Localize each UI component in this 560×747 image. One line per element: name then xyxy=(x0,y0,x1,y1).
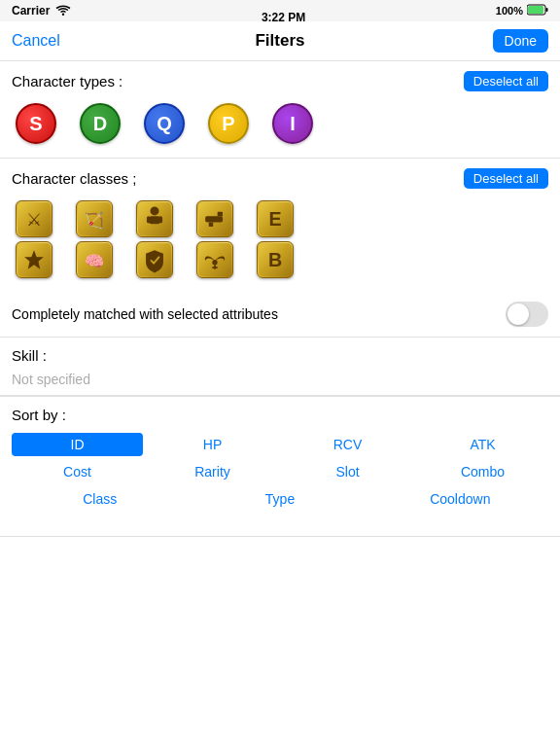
sort-by-label: Sort by : xyxy=(12,407,548,423)
nav-bar: Cancel Filters Done xyxy=(0,21,560,61)
sort-by-section: Sort by : ID HP RCV ATK Cost Rarity Slot… xyxy=(0,396,560,516)
bottom-divider xyxy=(0,536,560,537)
class-row-2: 🧠 xyxy=(12,241,548,278)
class-cerebral-icon[interactable]: 🧠 xyxy=(76,241,113,278)
status-left: Carrier xyxy=(12,4,71,18)
svg-text:⚔: ⚔ xyxy=(26,210,42,230)
type-psy-icon[interactable]: P xyxy=(208,103,249,144)
character-classes-section: Character classes ; Deselect all ⚔ 🏹 xyxy=(0,159,560,292)
svg-rect-11 xyxy=(147,216,151,223)
sort-row-1: ID HP RCV ATK xyxy=(12,433,548,456)
character-types-label: Character types : xyxy=(12,73,122,89)
svg-rect-15 xyxy=(218,212,223,216)
type-int-icon[interactable]: I xyxy=(272,103,313,144)
carrier-label: Carrier xyxy=(12,4,50,18)
class-striker-icon[interactable]: E xyxy=(257,200,294,237)
class-booster-icon[interactable]: B xyxy=(257,241,294,278)
character-classes-deselect-button[interactable]: Deselect all xyxy=(464,168,548,189)
sort-cost-button[interactable]: Cost xyxy=(12,460,143,483)
sort-row-2: Cost Rarity Slot Combo xyxy=(12,460,548,483)
sort-slot-button[interactable]: Slot xyxy=(282,460,413,483)
svg-text:🏹: 🏹 xyxy=(85,211,105,230)
svg-point-25 xyxy=(212,260,217,265)
class-slasher-icon[interactable] xyxy=(196,200,233,237)
svg-point-9 xyxy=(151,206,159,215)
svg-point-0 xyxy=(62,13,64,15)
class-row-1: ⚔ 🏹 xyxy=(12,200,548,237)
svg-text:B: B xyxy=(268,249,282,270)
class-driven-icon[interactable] xyxy=(16,241,52,278)
cancel-button[interactable]: Cancel xyxy=(12,32,60,50)
status-bar: Carrier 3:22 PM 100% xyxy=(0,0,560,21)
svg-rect-3 xyxy=(546,8,548,12)
character-types-deselect-button[interactable]: Deselect all xyxy=(464,71,548,91)
completely-matched-row: Completely matched with selected attribu… xyxy=(0,292,560,338)
sort-cooldown-button[interactable]: Cooldown xyxy=(372,487,548,511)
class-fighter-icon[interactable] xyxy=(136,200,173,237)
completely-matched-label: Completely matched with selected attribu… xyxy=(12,306,278,322)
svg-rect-16 xyxy=(209,223,213,227)
class-warrior-icon[interactable]: ⚔ xyxy=(16,200,52,237)
character-types-icons: S D Q P I xyxy=(12,99,548,152)
class-powerhouse-icon[interactable] xyxy=(136,241,173,278)
sort-rcv-button[interactable]: RCV xyxy=(282,433,413,456)
sort-hp-button[interactable]: HP xyxy=(147,433,278,456)
class-shooter-icon[interactable]: 🏹 xyxy=(76,200,113,237)
character-classes-header: Character classes ; Deselect all xyxy=(12,168,548,189)
page-title: Filters xyxy=(255,31,304,51)
svg-rect-2 xyxy=(528,6,543,14)
svg-rect-10 xyxy=(150,216,160,224)
wifi-icon xyxy=(55,4,71,18)
svg-rect-14 xyxy=(205,216,223,222)
battery-pct-label: 100% xyxy=(496,5,523,17)
completely-matched-toggle[interactable] xyxy=(506,302,548,327)
svg-rect-12 xyxy=(158,216,162,223)
sort-type-button[interactable]: Type xyxy=(192,487,368,511)
battery-icon xyxy=(527,4,548,18)
skill-value: Not specified xyxy=(12,368,548,391)
skill-section: Skill : Not specified xyxy=(0,338,560,395)
character-classes-icons: ⚔ 🏹 xyxy=(12,196,548,286)
status-right: 100% xyxy=(496,4,548,18)
sort-class-button[interactable]: Class xyxy=(12,487,188,511)
sort-row-3: Class Type Cooldown xyxy=(12,487,548,511)
sort-id-button[interactable]: ID xyxy=(12,433,143,456)
character-types-header: Character types : Deselect all xyxy=(12,71,548,91)
sort-atk-button[interactable]: ATK xyxy=(417,433,548,456)
character-types-section: Character types : Deselect all S D Q P I xyxy=(0,61,560,158)
sort-combo-button[interactable]: Combo xyxy=(417,460,548,483)
svg-text:🧠: 🧠 xyxy=(85,252,105,270)
character-classes-label: Character classes ; xyxy=(12,170,136,187)
class-free-spirit-icon[interactable] xyxy=(196,241,233,278)
type-qck-icon[interactable]: Q xyxy=(144,103,185,144)
skill-label: Skill : xyxy=(12,347,548,364)
type-dex-icon[interactable]: D xyxy=(80,103,121,144)
sort-rarity-button[interactable]: Rarity xyxy=(147,460,278,483)
type-str-icon[interactable]: S xyxy=(16,103,56,144)
svg-text:E: E xyxy=(268,208,281,230)
done-button[interactable]: Done xyxy=(493,29,548,53)
